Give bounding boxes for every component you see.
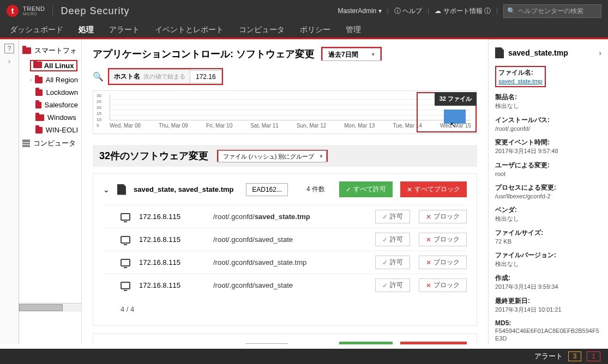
block-button[interactable]: ✕ ブロック <box>419 233 467 246</box>
block-button[interactable]: ✕ ブロック <box>419 210 467 223</box>
block-button[interactable]: ✕ ブロック <box>419 278 467 292</box>
sidebar-item-windows[interactable]: Windows <box>19 111 81 124</box>
detail-value-link[interactable]: saved_state.tmp <box>498 78 543 84</box>
sidebar-scrollbar[interactable] <box>19 303 81 312</box>
sidebar-item-all-region[interactable]: ›All Region <box>19 74 81 86</box>
detail-field: ファイル名:saved_state.tmp <box>495 66 601 87</box>
pager: 4 / 4 <box>103 296 467 313</box>
folder-icon <box>22 47 31 54</box>
cursor-icon: ↖ <box>450 120 456 129</box>
critical-count-badge[interactable]: 1 <box>587 351 600 361</box>
filter-field-select[interactable]: ホスト名 次の値で始まる <box>109 69 190 84</box>
sidebar-item-smartfolders[interactable]: スマートフォ <box>19 44 81 58</box>
detail-value: 2017年3月14日 9:57:48 <box>495 148 558 154</box>
trend-logo-icon: t <box>7 5 19 17</box>
help-search[interactable]: 🔍 ヘルプセンターの検索 <box>503 4 601 18</box>
detail-label: インストールパス: <box>495 116 601 125</box>
main-area: ? › スマートフォ All Linux ›All Region Lockdow… <box>0 39 608 344</box>
file-icon <box>495 47 504 58</box>
sidebar-item-salesforce[interactable]: Salesforce <box>19 99 81 111</box>
allow-button[interactable]: ✓ 許可 <box>375 233 410 246</box>
chart-tooltip: 32 ファイル <box>435 92 477 106</box>
divider <box>52 5 53 17</box>
filter-value-input[interactable]: 172.16 <box>190 70 222 83</box>
allow-button[interactable]: ✓ 許可 <box>375 256 410 269</box>
computer-icon <box>121 236 130 244</box>
product-title: Deep Security <box>61 5 129 17</box>
sidebar-item-all-linux[interactable]: All Linux <box>19 58 81 74</box>
period-select[interactable]: 過去7日間 <box>321 47 382 60</box>
detail-value: 検出なし <box>495 102 519 109</box>
detail-value: root <box>495 171 505 177</box>
allow-all-button[interactable]: ✓ すべて許可 <box>339 342 393 344</box>
menu-policies[interactable]: ポリシー <box>300 25 330 35</box>
page-title: アプリケーションコントロール: ソフトウェア変更 過去7日間 <box>93 47 477 60</box>
detail-field: 作成:2017年3月14日 9:59:34 <box>495 274 601 291</box>
detail-label: ファイルサイズ: <box>495 228 601 238</box>
detail-label: 変更イベント時間: <box>495 138 601 147</box>
menu-dashboard[interactable]: ダッシュボード <box>10 25 63 35</box>
detail-value: 72 KB <box>495 238 511 245</box>
detail-label: プロセスによる変更: <box>495 183 601 192</box>
filter-row: 🔍 ホスト名 次の値で始まる 172.16 <box>93 68 477 85</box>
user-menu[interactable]: MasterAdmin ▾ <box>338 7 382 15</box>
detail-field: ユーザによる変更:root <box>495 161 601 178</box>
status-bar: アラート 3 1 <box>0 349 608 364</box>
warning-count-badge[interactable]: 3 <box>568 351 582 361</box>
hash-display[interactable]: EAD162... <box>246 183 288 196</box>
detail-label: 製品名: <box>495 93 601 102</box>
menu-computers[interactable]: コンピュータ <box>239 25 285 35</box>
hash-display[interactable]: 163ECC... <box>246 343 288 345</box>
allow-button[interactable]: ✓ 許可 <box>375 278 410 292</box>
close-details-icon[interactable]: › <box>599 48 601 57</box>
folder-icon <box>35 102 41 108</box>
details-filename: saved_state.tmp <box>508 48 568 57</box>
detail-value: 2017年3月14日 10:01:21 <box>495 306 562 313</box>
allow-all-button[interactable]: ✓ すべて許可 <box>339 181 393 197</box>
menu-admin[interactable]: 管理 <box>346 25 361 35</box>
block-all-button[interactable]: ✕ すべてブロック <box>400 342 467 344</box>
detail-field: 製品名:検出なし <box>495 93 601 110</box>
detail-value: 検出なし <box>495 215 519 222</box>
computer-icon <box>121 282 130 289</box>
context-help-icon[interactable]: ? <box>4 44 14 53</box>
detail-field: ベンダ:検出なし <box>495 205 601 223</box>
collapse-toggle[interactable]: ⌄ <box>103 185 110 194</box>
menu-alerts[interactable]: アラート <box>109 25 140 35</box>
group-name: saved_state, saved_state.tmp <box>134 185 234 193</box>
detail-field: インストールパス:/root/.gconfd/ <box>495 116 601 132</box>
detail-value: 検出なし <box>495 260 519 267</box>
search-icon: 🔍 <box>507 7 515 15</box>
change-group: ⌄ saved_state, saved_state.tmp EAD162...… <box>93 173 477 326</box>
sidebar-item-lockdown[interactable]: Lockdown <box>19 86 81 99</box>
details-panel: saved_state.tmp › ファイル名:saved_state.tmp製… <box>488 39 608 344</box>
help-link[interactable]: ⓘ ヘルプ <box>394 7 422 16</box>
expand-sidebar-icon[interactable]: › <box>8 57 11 65</box>
menu-actions[interactable]: 処理 <box>79 25 94 35</box>
detail-label: 最終更新日: <box>495 296 601 306</box>
subheading-row: 32件のソフトウェア変更 ファイル (ハッシュ) 別にグループ <box>93 145 477 167</box>
alerts-label: アラート <box>534 351 563 361</box>
detail-field: 変更イベント時間:2017年3月14日 9:57:48 <box>495 138 601 155</box>
chevron-right-icon: › <box>30 77 32 83</box>
detail-value: 2017年3月14日 9:59:34 <box>495 283 558 290</box>
allow-button[interactable]: ✓ 許可 <box>375 210 410 223</box>
detail-label: ファイル名: <box>498 68 543 77</box>
support-link[interactable]: ☁ サポート情報 ⓘ <box>435 7 491 16</box>
sidebar-item-win-eoli[interactable]: WIN-EOLI <box>19 124 81 136</box>
block-all-button[interactable]: ✕ すべてブロック <box>400 181 467 197</box>
brand-bottom: MICRO <box>23 12 45 16</box>
detail-field: ファイルバージョン:検出なし <box>495 251 601 268</box>
brand-top: TREND <box>23 6 45 12</box>
change-group: › test1.sh, test2.sh 163ECC... 4 件数 ✓ すべ… <box>93 333 477 344</box>
block-button[interactable]: ✕ ブロック <box>419 256 467 269</box>
sidebar-item-computers[interactable]: コンピュータ <box>19 136 81 150</box>
detail-label: ユーザによる変更: <box>495 161 601 170</box>
detail-field: 最終更新日:2017年3月14日 10:01:21 <box>495 296 601 314</box>
group-by-select[interactable]: ファイル (ハッシュ) 別にグループ <box>217 150 328 162</box>
file-row: 172.16.8.115 /root/.gconfd/saved_state.t… <box>103 205 467 228</box>
detail-field: MD5:F54594C46E6F01AC8E0EFB2B594F5E3D <box>495 319 601 342</box>
folder-icon <box>35 114 44 121</box>
detail-label: MD5: <box>495 319 601 327</box>
menu-events[interactable]: イベントとレポート <box>155 25 224 35</box>
